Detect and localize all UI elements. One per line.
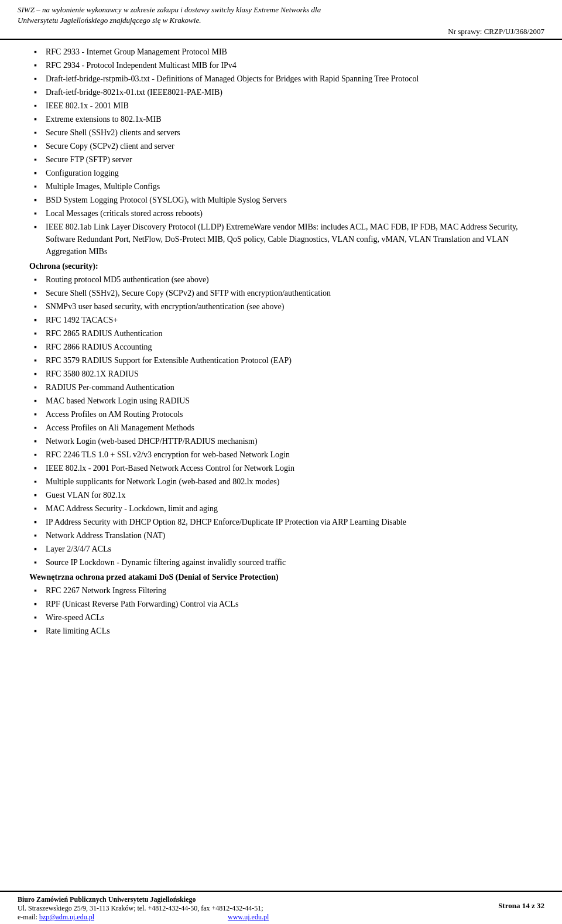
header-title-line1: SIWZ – na wyłonienie wykonawcy w zakresi… xyxy=(18,5,321,14)
list-item: IEEE 802.1ab Link Layer Discovery Protoc… xyxy=(29,221,533,258)
list-item: Configuration logging xyxy=(29,167,533,179)
list-item: Local Messages (criticals stored across … xyxy=(29,207,533,220)
list-item: Secure Shell (SSHv2) clients and servers xyxy=(29,126,533,139)
page-footer: Biuro Zamówień Publicznych Uniwersytetu … xyxy=(0,891,562,924)
list-item: Secure Shell (SSHv2), Secure Copy (SCPv2… xyxy=(29,287,533,299)
header-title: SIWZ – na wyłonienie wykonawcy w zakresi… xyxy=(18,5,544,26)
list-item: Layer 2/3/4/7 ACLs xyxy=(29,543,533,555)
list-item: MAC based Network Login using RADIUS xyxy=(29,395,533,407)
footer-institution: Biuro Zamówień Publicznych Uniwersytetu … xyxy=(18,895,498,904)
section-heading: ​Wewnętrzna ochrona przed atakami DoS (D… xyxy=(29,571,533,583)
footer-contact: e-mail: bzp@adm.uj.edu.pl www.uj.edu.pl xyxy=(18,913,498,922)
footer-website-spacer xyxy=(96,913,228,921)
list-item: Rate limiting ACLs xyxy=(29,625,533,637)
footer-address: Ul. Straszewskiego 25/9, 31-113 Kraków; … xyxy=(18,904,498,913)
list-item: Access Profiles on AM Routing Protocols xyxy=(29,408,533,420)
list-item: BSD System Logging Protocol (SYSLOG), wi… xyxy=(29,194,533,206)
list-item: Secure Copy (SCPv2) client and server xyxy=(29,140,533,152)
list-item: Secure FTP (SFTP) server xyxy=(29,153,533,166)
page: SIWZ – na wyłonienie wykonawcy w zakresi… xyxy=(0,0,562,924)
list-item: Draft-ietf-bridge-8021x-01.txt (IEEE8021… xyxy=(29,86,533,98)
list-item: RPF (Unicast Reverse Path Forwarding) Co… xyxy=(29,598,533,610)
list-item: RFC 2267 Network Ingress Filtering xyxy=(29,584,533,597)
list-item: IEEE 802.lx - 2001 Port-Based Network Ac… xyxy=(29,462,533,474)
list-item: Routing protocol MD5 authentication (see… xyxy=(29,273,533,286)
footer-page-number: Strona 14 z 32 xyxy=(498,895,544,911)
header-title-line2: Uniwersytetu Jagiellońskiego znajdująceg… xyxy=(18,16,201,25)
list-item: IEEE 802.1x - 2001 MIB xyxy=(29,100,533,112)
list-item: Wire-speed ACLs xyxy=(29,611,533,624)
list-item: RADIUS Per-command Authentication xyxy=(29,381,533,393)
list-item: Access Profiles on Ali Management Method… xyxy=(29,422,533,434)
list-item: RFC 3579 RADIUS Support for Extensible A… xyxy=(29,354,533,367)
footer-left: Biuro Zamówień Publicznych Uniwersytetu … xyxy=(18,895,498,922)
list-item: Network Login (web-based DHCP/HTTP/RADIU… xyxy=(29,435,533,447)
list-item: RFC 2866 RADIUS Accounting xyxy=(29,341,533,353)
list-item: Draft-ietf-bridge-rstpmib-03.txt - Defin… xyxy=(29,73,533,85)
list-item: Source IP Lockdown - Dynamic filtering a… xyxy=(29,556,533,569)
footer-email-label: e-mail: xyxy=(18,913,39,921)
page-header: SIWZ – na wyłonienie wykonawcy w zakresi… xyxy=(0,0,562,40)
list-item: Network Address Translation (NAT) xyxy=(29,529,533,542)
footer-website-link[interactable]: www.uj.edu.pl xyxy=(228,913,269,921)
list-item: MAC Address Security - Lockdown, limit a… xyxy=(29,502,533,515)
list-item: Extreme extensions to 802.1x-MIB xyxy=(29,113,533,125)
footer-email-link[interactable]: bzp@adm.uj.edu.pl xyxy=(39,913,94,921)
list-item: Multiple Images, Multiple Configs xyxy=(29,180,533,193)
header-ref: Nr sprawy: CRZP/UJ/368/2007 xyxy=(18,27,544,36)
list-item: RFC 2865 RADIUS Authentication xyxy=(29,327,533,340)
content-list: RFC 2933 - Internet Group Management Pro… xyxy=(29,46,533,637)
page-content: RFC 2933 - Internet Group Management Pro… xyxy=(0,40,562,891)
list-item: RFC 1492 TACACS+ xyxy=(29,314,533,326)
list-item: Guest VLAN for 802.1x xyxy=(29,489,533,501)
section-heading: ​Ochrona (security): xyxy=(29,260,533,272)
list-item: Multiple supplicants for Network Login (… xyxy=(29,475,533,488)
list-item: RFC 2933 - Internet Group Management Pro… xyxy=(29,46,533,58)
list-item: SNMPv3 user based security, with encrypt… xyxy=(29,300,533,313)
list-item: RFC 3580 802.1X RADIUS xyxy=(29,368,533,380)
list-item: RFC 2246 TLS 1.0 + SSL v2/v3 encryption … xyxy=(29,449,533,461)
list-item: IP Address Security with DHCP Option 82,… xyxy=(29,516,533,528)
list-item: RFC 2934 - Protocol Independent Multicas… xyxy=(29,59,533,71)
